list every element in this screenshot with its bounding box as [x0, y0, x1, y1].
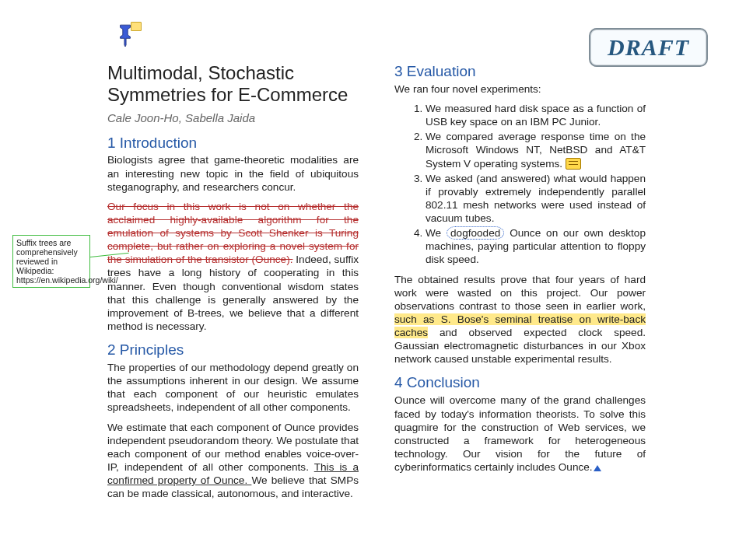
list-item: We asked (and answered) what would happe…: [426, 172, 646, 226]
heading-evaluation: 3 Evaluation: [394, 62, 646, 81]
heading-introduction: 1 Introduction: [107, 134, 359, 152]
comment-note-icon[interactable]: [566, 158, 581, 170]
document-page: DRAFT Suffix trees are comprehensively r…: [0, 0, 739, 560]
insertion-caret-icon[interactable]: [594, 465, 601, 471]
sticky-note-icon[interactable]: [131, 22, 142, 31]
document-authors: Cale Joon-Ho, Sabella Jaida: [107, 111, 359, 126]
document-body: Multimodal, Stochastic Symmetries for E-…: [107, 62, 646, 500]
evaluation-list: We measured hard disk space as a functio…: [394, 102, 646, 267]
list-item: We compared average response time on the…: [426, 130, 646, 170]
intro-paragraph-1: Biologists agree that game-theoretic mod…: [107, 153, 359, 193]
conclusion-paragraph-1: Ounce will overcome many of the grand ch…: [394, 394, 646, 474]
intro-paragraph-2-rest: Indeed, suffix trees have a long history…: [107, 254, 359, 332]
intro-paragraph-2: Our focus in this work is not on whether…: [107, 200, 359, 333]
evaluation-paragraph-2: The obtained results prove that four yea…: [394, 273, 646, 366]
draft-watermark: DRAFT: [589, 28, 708, 67]
principles-paragraph-2: We estimate that each component of Ounce…: [107, 421, 359, 501]
evaluation-intro: We ran four novel experiments:: [394, 82, 646, 96]
list-item: We dogfooded Ounce on our own desktop ma…: [426, 226, 646, 266]
heading-conclusion: 4 Conclusion: [394, 373, 646, 392]
document-title: Multimodal, Stochastic Symmetries for E-…: [107, 62, 359, 107]
margin-comment-box[interactable]: Suffix trees are comprehensively reviewe…: [12, 235, 90, 288]
list-item: We measured hard disk space as a functio…: [426, 102, 646, 128]
heading-principles: 2 Principles: [107, 341, 359, 359]
principles-paragraph-1: The properties of our methodology depend…: [107, 361, 359, 415]
spellcheck-word[interactable]: dogfooded: [447, 226, 504, 240]
